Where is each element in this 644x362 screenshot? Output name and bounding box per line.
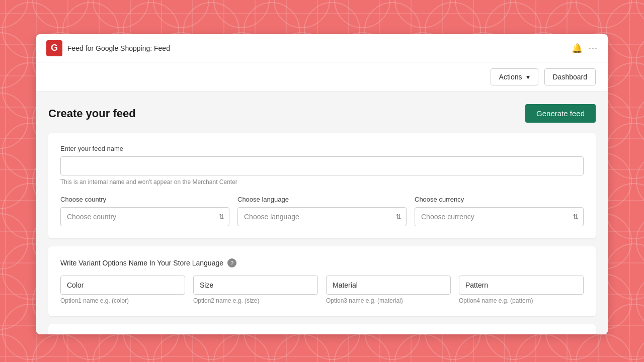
- country-select-wrapper: Choose country ⇅: [60, 207, 229, 226]
- variant-field-3: Option3 name e.g. (material): [326, 276, 451, 304]
- country-dropdown-group: Choose country Choose country ⇅: [60, 196, 229, 226]
- language-dropdown-group: Choose language Choose language ⇅: [237, 196, 407, 226]
- feed-name-card: Enter your feed name This is an internal…: [48, 133, 596, 238]
- generate-feed-button[interactable]: Generate feed: [525, 104, 596, 123]
- header-left: G Feed for Google Shopping: Feed: [46, 40, 170, 56]
- app-header: G Feed for Google Shopping: Feed 🔔 ···: [36, 34, 608, 62]
- actions-button[interactable]: Actions ▾: [491, 68, 538, 85]
- language-select[interactable]: Choose language: [237, 207, 407, 226]
- app-window: G Feed for Google Shopping: Feed 🔔 ··· A…: [36, 34, 608, 334]
- variant-helper-1: Option1 name e.g. (color): [60, 297, 185, 304]
- variant-input-2[interactable]: [193, 276, 318, 295]
- help-icon[interactable]: ?: [227, 258, 236, 267]
- main-content: Create your feed Generate feed Enter you…: [36, 92, 608, 334]
- dropdowns-row: Choose country Choose country ⇅ Choose l…: [60, 196, 584, 226]
- variant-input-4[interactable]: [459, 276, 584, 295]
- page-title: Create your feed: [48, 107, 136, 120]
- variant-field-2: Option2 name e.g. (size): [193, 276, 318, 304]
- language-select-wrapper: Choose language ⇅: [237, 207, 407, 226]
- feed-name-helper: This is an internal name and won't appea…: [60, 178, 584, 186]
- variant-input-3[interactable]: [326, 276, 451, 295]
- currency-select-wrapper: Choose currency ⇅: [415, 207, 584, 226]
- toolbar: Actions ▾ Dashboard: [36, 62, 608, 92]
- feed-name-label: Enter your feed name: [60, 145, 584, 152]
- dashboard-button[interactable]: Dashboard: [544, 68, 596, 85]
- country-label: Choose country: [60, 196, 229, 203]
- country-select[interactable]: Choose country: [60, 207, 229, 226]
- chevron-down-icon: ▾: [526, 73, 530, 81]
- variant-options-card: Write Variant Options Name In Your Store…: [48, 246, 596, 316]
- page-header: Create your feed Generate feed: [48, 92, 596, 133]
- currency-select[interactable]: Choose currency: [415, 207, 584, 226]
- variant-helper-4: Option4 name e.g. (pattern): [459, 297, 584, 304]
- header-right: 🔔 ···: [572, 43, 598, 54]
- bell-icon[interactable]: 🔔: [572, 43, 583, 54]
- variant-title: Write Variant Options Name In Your Store…: [60, 259, 223, 267]
- variant-field-1: Option1 name e.g. (color): [60, 276, 185, 304]
- more-options-icon[interactable]: ···: [589, 43, 598, 53]
- product-details-card: Product details Product ID and format: [48, 324, 596, 334]
- actions-label: Actions: [499, 73, 522, 81]
- feed-name-input[interactable]: [60, 156, 584, 175]
- google-logo-icon: G: [46, 40, 62, 56]
- variant-helper-2: Option2 name e.g. (size): [193, 297, 318, 304]
- language-label: Choose language: [237, 196, 407, 203]
- variant-helper-3: Option3 name e.g. (material): [326, 297, 451, 304]
- app-title: Feed for Google Shopping: Feed: [67, 44, 170, 52]
- variant-inputs-row: Option1 name e.g. (color) Option2 name e…: [60, 276, 584, 304]
- variant-input-1[interactable]: [60, 276, 185, 295]
- currency-label: Choose currency: [415, 196, 584, 203]
- currency-dropdown-group: Choose currency Choose currency ⇅: [415, 196, 584, 226]
- variant-field-4: Option4 name e.g. (pattern): [459, 276, 584, 304]
- variant-header: Write Variant Options Name In Your Store…: [60, 258, 584, 267]
